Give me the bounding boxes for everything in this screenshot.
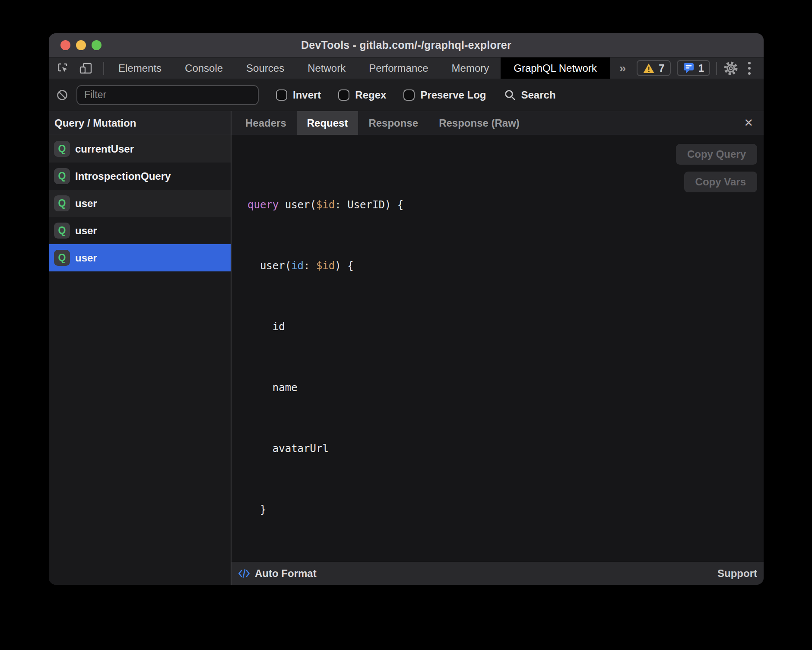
filter-input[interactable]: [76, 85, 259, 105]
warnings-count: 7: [659, 62, 664, 74]
query-list-item[interactable]: Q user: [49, 217, 231, 244]
status-bar: Auto Format Support: [232, 562, 764, 585]
tab-performance[interactable]: Performance: [357, 57, 440, 79]
more-tabs-chevron-icon[interactable]: »: [610, 57, 636, 79]
regex-label: Regex: [355, 89, 386, 101]
preserve-log-checkbox[interactable]: [403, 89, 415, 101]
graphql-query-code: query user($id: UserID) { user(id: $id) …: [247, 154, 764, 562]
regex-checkbox[interactable]: [338, 89, 349, 101]
query-name: user: [75, 198, 97, 210]
search-label: Search: [521, 89, 555, 101]
title-bar: DevTools - gitlab.com/-/graphql-explorer: [49, 33, 764, 57]
query-type-badge: Q: [54, 168, 70, 184]
query-type-badge: Q: [54, 223, 70, 239]
detail-tab-request[interactable]: Request: [297, 111, 358, 135]
close-detail-icon[interactable]: ✕: [744, 116, 753, 130]
devtools-window: DevTools - gitlab.com/-/graphql-explorer…: [49, 33, 764, 585]
tab-console[interactable]: Console: [173, 57, 235, 79]
preserve-log-label: Preserve Log: [420, 89, 486, 101]
tab-network[interactable]: Network: [296, 57, 357, 79]
tab-memory[interactable]: Memory: [440, 57, 501, 79]
query-type-badge: Q: [54, 250, 70, 266]
toolbar-divider: [103, 62, 104, 75]
detail-tab-response-raw[interactable]: Response (Raw): [428, 111, 530, 135]
request-detail-panel: Headers Request Response Response (Raw) …: [232, 111, 764, 585]
tab-sources[interactable]: Sources: [235, 57, 296, 79]
search-control[interactable]: Search: [504, 89, 555, 101]
filter-toolbar: Invert Regex Preserve Log Search: [49, 79, 764, 111]
search-icon: [504, 89, 516, 101]
query-name: user: [75, 252, 97, 264]
query-type-badge: Q: [54, 141, 70, 157]
warning-icon: [643, 63, 655, 74]
query-list-item[interactable]: Q IntrospectionQuery: [49, 162, 231, 190]
clear-block-icon[interactable]: [56, 89, 69, 102]
warnings-badge[interactable]: 7: [637, 60, 670, 76]
badge-divider: [716, 62, 717, 75]
invert-checkbox[interactable]: [276, 89, 287, 101]
query-name: currentUser: [75, 143, 134, 155]
support-link[interactable]: Support: [717, 567, 757, 580]
query-name: IntrospectionQuery: [75, 170, 171, 182]
detail-tab-response[interactable]: Response: [358, 111, 428, 135]
query-name: user: [75, 225, 97, 237]
invert-label: Invert: [293, 89, 321, 101]
more-options-kebab-icon[interactable]: [745, 61, 754, 76]
query-list-item-selected[interactable]: Q user: [49, 244, 231, 271]
devtools-tab-bar: Elements Console Sources Network Perform…: [49, 57, 764, 79]
settings-gear-icon[interactable]: [723, 61, 739, 76]
tab-elements[interactable]: Elements: [107, 57, 173, 79]
copy-query-button[interactable]: Copy Query: [676, 144, 757, 165]
query-list-header: Query / Mutation: [49, 111, 231, 135]
query-list-item[interactable]: Q user: [49, 190, 231, 217]
detail-tab-bar: Headers Request Response Response (Raw) …: [232, 111, 764, 135]
auto-format-button[interactable]: Auto Format: [255, 567, 317, 580]
query-list-panel: Query / Mutation Q currentUser Q Introsp…: [49, 111, 232, 585]
issues-count: 1: [698, 62, 704, 74]
detail-tab-headers[interactable]: Headers: [235, 111, 297, 135]
query-list-item[interactable]: Q currentUser: [49, 135, 231, 162]
query-type-badge: Q: [54, 195, 70, 211]
copy-vars-button[interactable]: Copy Vars: [684, 172, 757, 192]
message-bubble-icon: [683, 62, 695, 74]
tab-graphql-network[interactable]: GraphQL Network: [501, 57, 610, 79]
issues-badge[interactable]: 1: [677, 60, 710, 76]
inspect-element-icon[interactable]: [57, 62, 70, 75]
window-title: DevTools - gitlab.com/-/graphql-explorer: [49, 39, 764, 51]
request-content: Copy Query Copy Vars query user($id: Use…: [232, 135, 764, 562]
device-toolbar-icon[interactable]: [79, 62, 93, 75]
auto-format-icon: [238, 567, 250, 580]
